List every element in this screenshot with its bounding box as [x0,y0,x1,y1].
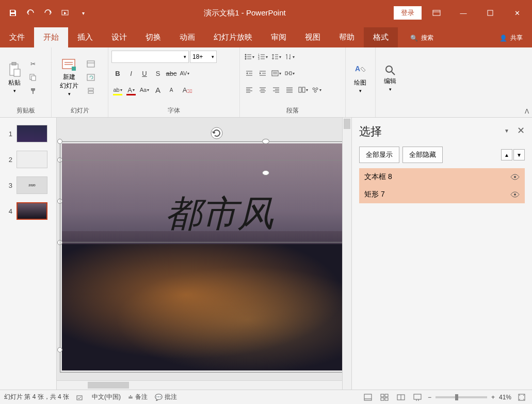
slideshow-view-icon[interactable] [411,392,424,402]
slide-editor[interactable]: 都市风 [57,118,351,390]
cut-icon[interactable]: ✂ [27,58,39,70]
hide-all-button[interactable]: 全部隐藏 [402,147,443,163]
format-painter-icon[interactable] [27,85,39,97]
share-button[interactable]: 👤 共享 [490,28,532,47]
selection-item-textbox[interactable]: 文本框 8 [359,168,525,186]
align-right-button[interactable] [270,84,282,96]
convert-smartart-button[interactable] [310,84,323,96]
align-text-button[interactable] [270,67,282,79]
font-name-combo[interactable]: ▾ [111,51,189,63]
reading-view-icon[interactable] [395,392,407,402]
grow-font-button[interactable]: A [152,84,164,96]
move-down-button[interactable]: ▼ [513,149,525,160]
smartart-convert-button[interactable] [283,67,296,79]
numbering-button[interactable]: 123 [256,51,269,63]
italic-button[interactable]: I [125,67,137,79]
collapse-ribbon-icon[interactable]: ᐱ [525,108,529,115]
visibility-toggle-icon[interactable] [510,191,520,198]
zoom-slider[interactable] [436,396,487,398]
save-icon[interactable] [5,5,21,21]
zoom-out-button[interactable]: − [428,394,431,401]
columns-button[interactable] [297,84,309,96]
underline-button[interactable]: U [138,67,151,79]
thumbnail-3[interactable]: 3 2020 [2,173,54,197]
start-from-beginning-icon[interactable] [58,5,73,21]
bullets-button[interactable] [243,51,255,63]
slide-counter[interactable]: 幻灯片 第 4 张，共 4 张 [4,393,69,401]
copy-icon[interactable] [27,71,39,84]
language-indicator[interactable]: 中文(中国) [92,393,121,401]
align-center-button[interactable] [256,84,269,96]
show-all-button[interactable]: 全部显示 [359,147,399,163]
tab-format[interactable]: 格式 [364,27,398,47]
section-icon[interactable] [85,85,97,97]
fit-to-window-icon[interactable] [515,392,528,402]
font-color-button[interactable]: A [125,84,137,96]
horizontal-scrollbar[interactable] [57,380,342,390]
zoom-in-button[interactable]: + [491,394,495,401]
font-size-combo[interactable]: 18+▾ [190,51,217,63]
clear-formatting-button[interactable]: A⌫ [179,84,191,96]
thumbnail-4[interactable]: 4 [2,199,54,223]
visibility-toggle-icon[interactable] [510,174,520,180]
change-case-button[interactable]: Aa [138,84,151,96]
new-slide-button[interactable]: 新建 幻灯片 ▾ [55,50,84,105]
shadow-button[interactable]: S [152,67,164,79]
slide-canvas[interactable]: 都市风 [62,143,351,370]
comments-button[interactable]: 💬 批注 [155,393,177,401]
layout-icon[interactable] [85,58,97,70]
tell-me-search[interactable]: 🔍 搜索 [403,28,441,47]
tab-design[interactable]: 设计 [102,27,136,47]
bold-button[interactable]: B [111,67,124,79]
shrink-font-button[interactable]: A [165,84,178,96]
drawing-button[interactable]: A 绘图 ▾ [349,50,372,107]
tab-help[interactable]: 帮助 [330,27,364,47]
highlight-color-button[interactable]: ab [111,84,124,96]
increase-indent-button[interactable] [256,67,269,79]
resize-handle[interactable] [57,347,62,352]
decrease-indent-button[interactable] [243,67,255,79]
char-spacing-button[interactable]: AV [179,67,191,79]
tab-insert[interactable]: 插入 [68,27,102,47]
rotate-handle[interactable] [209,126,224,140]
zoom-level[interactable]: 41% [499,394,511,401]
ribbon-display-icon[interactable] [425,5,448,21]
strikethrough-button[interactable]: abc [165,67,178,79]
notes-button[interactable]: ≐ 备注 [128,393,148,401]
line-spacing-button[interactable] [270,51,282,63]
qat-customize-icon[interactable]: ▾ [75,5,91,21]
selection-item-rect[interactable]: 矩形 7 [359,186,525,203]
thumbnail-1[interactable]: 1 [2,122,54,146]
tab-animations[interactable]: 动画 [170,27,204,47]
close-icon[interactable]: ✕ [505,5,529,21]
slide-sorter-icon[interactable] [378,392,391,402]
reset-icon[interactable] [85,71,97,84]
text-direction-button[interactable] [283,51,296,63]
tab-slideshow[interactable]: 幻灯片放映 [204,27,262,47]
tab-home[interactable]: 开始 [34,27,68,47]
login-button[interactable]: 登录 [394,6,422,20]
resize-handle[interactable] [262,139,269,144]
vertical-scrollbar[interactable] [342,118,351,390]
maximize-icon[interactable] [478,5,502,21]
redo-icon[interactable] [40,5,56,21]
tab-review[interactable]: 审阅 [262,27,296,47]
normal-view-icon[interactable] [362,392,374,402]
minimize-icon[interactable]: — [452,5,475,21]
paste-button[interactable]: 粘贴 ▾ [3,50,26,105]
align-left-button[interactable] [243,84,255,96]
move-up-button[interactable]: ▲ [501,149,512,160]
justify-button[interactable] [283,84,296,96]
resize-handle[interactable] [57,139,62,144]
resize-handle[interactable] [262,170,269,175]
spell-check-icon[interactable] [76,394,85,401]
thumbnail-2[interactable]: 2 [2,148,54,171]
undo-icon[interactable] [23,5,38,21]
close-pane-icon[interactable]: ✕ [517,125,525,136]
tab-transitions[interactable]: 切换 [136,27,170,47]
tab-view[interactable]: 视图 [296,27,330,47]
pane-options-icon[interactable]: ▼ [504,128,509,134]
editing-button[interactable]: 编辑 ▾ [379,50,401,107]
svg-point-18 [245,54,246,56]
tab-file[interactable]: 文件 [0,27,34,47]
